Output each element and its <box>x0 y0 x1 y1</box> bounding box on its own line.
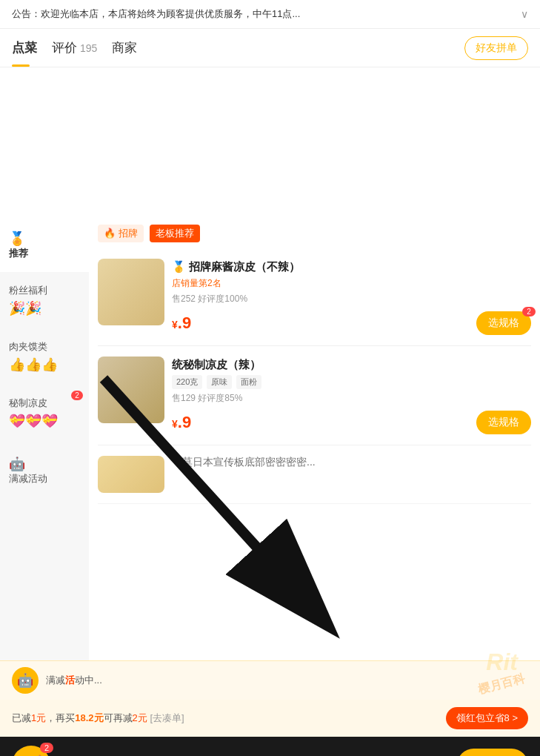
product-price-1: ¥.9 <box>172 314 191 333</box>
promo-bot-icon: 🤖 <box>12 667 39 694</box>
product-sales-rank-1: 店销量第2名 <box>172 277 531 290</box>
tab-reviews[interactable]: 评价195 <box>52 29 112 67</box>
checkout-button[interactable]: 去结算 <box>457 749 528 757</box>
shop-section: 🏅 推荐 粉丝福利 🎉🎉 肉夹馍类 👍👍👍 2 秘制凉皮 💝💝💝 🤖 满减活动 <box>0 216 540 660</box>
select-spec-button-1[interactable]: 选规格 2 <box>476 311 531 335</box>
product-price-2: ¥.9 <box>172 413 191 432</box>
product-name-1: 🥇 招牌麻酱凉皮（不辣） <box>172 259 531 274</box>
category-item-meat[interactable]: 肉夹馍类 👍👍👍 <box>0 328 89 385</box>
hongbao-button[interactable]: 领红包立省8 > <box>446 707 528 729</box>
product-meta-2: 售129 好评度85% <box>172 392 531 405</box>
tab-order[interactable]: 点菜 <box>12 29 52 67</box>
product-tag-weight: 220克 <box>172 375 202 389</box>
category-item-recommended[interactable]: 🏅 推荐 <box>0 216 89 272</box>
price-row-2: ¥.9 选规格 <box>172 411 531 434</box>
tab-bar: 点菜 评价195 商家 好友拼单 <box>0 29 540 67</box>
spec-badge-1: 2 <box>522 307 536 316</box>
price-row-1: ¥.9 选规格 2 <box>172 311 531 335</box>
product-item-3-partial: （莫日本宣传板底部密密密密... <box>98 445 531 504</box>
announcement-text: 公告：欢迎光临本店，本店将始终为顾客提供优质服务，中午11点... <box>12 7 516 21</box>
product-tag-type: 面粉 <box>236 375 261 389</box>
promo-bar: 已减1元，再买18.2元可再减2元 [去凑单] 领红包立省8 > <box>0 700 540 737</box>
promo-text: 已减1元，再买18.2元可再减2元 [去凑单] <box>12 712 184 725</box>
cart-bar: 🛒 2 ¥20.8 ¥21.8 去结算 <box>0 737 540 756</box>
promo-bot-section: 🤖 满减活动中... <box>0 660 540 700</box>
main-content: 🏅 推荐 粉丝福利 🎉🎉 肉夹馍类 👍👍👍 2 秘制凉皮 💝💝💝 🤖 满减活动 <box>0 67 540 737</box>
tab-merchant[interactable]: 商家 <box>112 29 152 67</box>
product-list: 🔥 招牌 老板推荐 🥇 招牌麻酱凉皮（不辣） 店销量第2名 售252 好评度10… <box>89 216 540 660</box>
product-image-1 <box>98 259 164 325</box>
product-item-2[interactable]: 统秘制凉皮（辣） 220克 原味 面粉 售129 好评度85% ¥.9 选规格 <box>98 346 531 445</box>
category-item-fans[interactable]: 粉丝福利 🎉🎉 <box>0 272 89 328</box>
product-meta-1: 售252 好评度100% <box>172 293 531 305</box>
category-sidebar: 🏅 推荐 粉丝福利 🎉🎉 肉夹馍类 👍👍👍 2 秘制凉皮 💝💝💝 🤖 满减活动 <box>0 216 89 660</box>
product-name-2: 统秘制凉皮（辣） <box>172 357 531 372</box>
select-spec-button-2[interactable]: 选规格 <box>476 411 531 434</box>
section-header: 🔥 招牌 老板推荐 <box>98 216 531 248</box>
category-item-promo[interactable]: 🤖 满减活动 <box>0 441 89 497</box>
product-info-1: 🥇 招牌麻酱凉皮（不辣） 店销量第2名 售252 好评度100% ¥.9 选规格… <box>164 259 531 335</box>
product-tags-2: 220克 原味 面粉 <box>172 375 531 389</box>
friend-group-button[interactable]: 好友拼单 <box>464 36 528 60</box>
promo-bot-text: 满减活动中... <box>46 674 102 687</box>
cart-icon-wrap[interactable]: 🛒 2 <box>12 746 50 756</box>
product-item-1[interactable]: 🥇 招牌麻酱凉皮（不辣） 店销量第2名 售252 好评度100% ¥.9 选规格… <box>98 248 531 346</box>
category-item-liangpi[interactable]: 2 秘制凉皮 💝💝💝 <box>0 385 89 441</box>
product-info-2: 统秘制凉皮（辣） 220克 原味 面粉 售129 好评度85% ¥.9 选规格 <box>164 357 531 434</box>
tag-recommend: 老板推荐 <box>150 225 200 242</box>
product-tag-flavor: 原味 <box>207 375 232 389</box>
cart-badge: 2 <box>40 743 53 753</box>
announcement-arrow[interactable]: ∨ <box>521 8 528 20</box>
announcement-bar: 公告：欢迎光临本店，本店将始终为顾客提供优质服务，中午11点... ∨ <box>0 0 540 29</box>
product-image-2 <box>98 357 164 423</box>
tag-zhaopai: 🔥 招牌 <box>98 225 144 242</box>
banner-space <box>0 67 540 216</box>
